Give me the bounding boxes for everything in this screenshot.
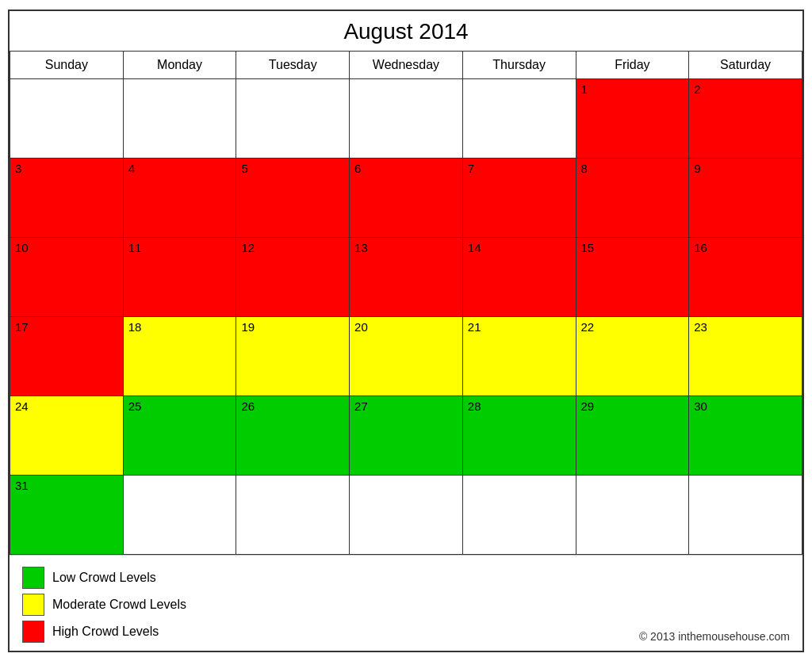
- calendar-title: August 2014: [10, 11, 802, 51]
- legend-item-green: Low Crowd Levels: [22, 567, 186, 589]
- calendar-cell-17: 17: [10, 316, 124, 395]
- calendar-cell-2: 2: [689, 78, 802, 158]
- day-header-wednesday: Wednesday: [350, 51, 463, 78]
- legend-label-yellow: Moderate Crowd Levels: [52, 598, 186, 612]
- calendar-cell-10: 10: [10, 237, 124, 316]
- calendar-container: August 2014 SundayMondayTuesdayWednesday…: [8, 10, 804, 652]
- legend-label-red: High Crowd Levels: [52, 625, 159, 639]
- calendar-cell-23: 23: [689, 316, 802, 395]
- day-header-tuesday: Tuesday: [236, 51, 350, 78]
- calendar-cell-18: 18: [123, 316, 236, 395]
- calendar-cell-1: 1: [576, 78, 689, 158]
- calendar-cell-empty: [123, 78, 236, 158]
- day-header-thursday: Thursday: [462, 51, 576, 78]
- calendar-cell-4: 4: [123, 158, 236, 237]
- copyright: © 2013 inthemousehouse.com: [639, 630, 790, 643]
- calendar-cell-19: 19: [236, 316, 350, 395]
- calendar-cell-21: 21: [462, 316, 576, 395]
- calendar-cell-27: 27: [350, 395, 463, 475]
- calendar-cell-28: 28: [462, 395, 576, 475]
- calendar-grid: SundayMondayTuesdayWednesdayThursdayFrid…: [10, 51, 802, 555]
- calendar-cell-empty: [350, 78, 463, 158]
- calendar-cell-13: 13: [350, 237, 463, 316]
- calendar-cell-25: 25: [123, 395, 236, 475]
- day-header-saturday: Saturday: [689, 51, 802, 78]
- calendar-cell-empty: [123, 475, 236, 554]
- calendar-cell-empty: [462, 78, 576, 158]
- calendar-cell-empty: [236, 78, 350, 158]
- calendar-cell-24: 24: [10, 395, 124, 475]
- day-header-sunday: Sunday: [10, 51, 124, 78]
- calendar-cell-8: 8: [576, 158, 689, 237]
- calendar-cell-3: 3: [10, 158, 124, 237]
- legend-section: Low Crowd LevelsModerate Crowd LevelsHig…: [10, 555, 802, 651]
- calendar-cell-12: 12: [236, 237, 350, 316]
- calendar-cell-11: 11: [123, 237, 236, 316]
- legend-label-green: Low Crowd Levels: [52, 571, 156, 585]
- legend-color-box-green: [22, 567, 44, 589]
- calendar-cell-5: 5: [236, 158, 350, 237]
- legend-color-box-red: [22, 621, 44, 643]
- day-header-friday: Friday: [576, 51, 689, 78]
- calendar-cell-26: 26: [236, 395, 350, 475]
- calendar-cell-16: 16: [689, 237, 802, 316]
- calendar-cell-15: 15: [576, 237, 689, 316]
- calendar-cell-empty: [10, 78, 124, 158]
- day-header-monday: Monday: [123, 51, 236, 78]
- calendar-cell-empty: [350, 475, 463, 554]
- calendar-cell-empty: [689, 475, 802, 554]
- calendar-cell-30: 30: [689, 395, 802, 475]
- calendar-cell-31: 31: [10, 475, 124, 554]
- legend-items: Low Crowd LevelsModerate Crowd LevelsHig…: [22, 567, 186, 643]
- calendar-cell-empty: [462, 475, 576, 554]
- calendar-cell-9: 9: [689, 158, 802, 237]
- calendar-cell-empty: [236, 475, 350, 554]
- legend-item-red: High Crowd Levels: [22, 621, 186, 643]
- calendar-cell-22: 22: [576, 316, 689, 395]
- calendar-cell-29: 29: [576, 395, 689, 475]
- calendar-cell-14: 14: [462, 237, 576, 316]
- calendar-cell-7: 7: [462, 158, 576, 237]
- calendar-cell-6: 6: [350, 158, 463, 237]
- legend-color-box-yellow: [22, 594, 44, 616]
- calendar-cell-20: 20: [350, 316, 463, 395]
- legend-item-yellow: Moderate Crowd Levels: [22, 594, 186, 616]
- calendar-cell-empty: [576, 475, 689, 554]
